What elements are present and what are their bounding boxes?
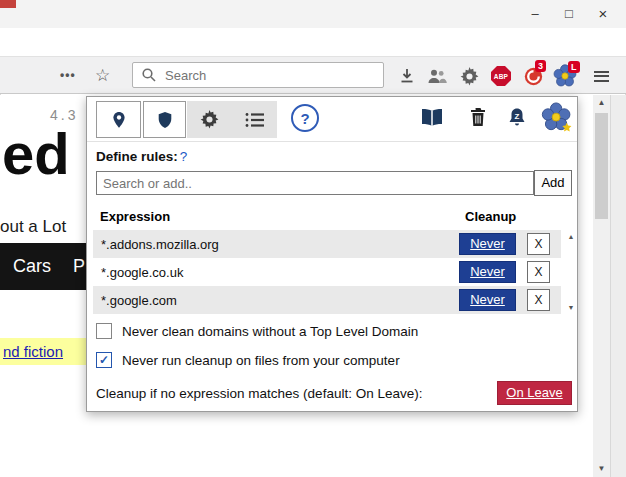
tab-this-domain[interactable] [96,101,141,138]
local-files-option-row: ✓ Never run cleanup on files from your c… [96,352,400,368]
navigation-toolbar: ••• ☆ ABP 3 L [0,56,626,94]
browser-content: 4.3 ed out a Lot Cars P nd fiction ▲ ▼ [0,95,626,477]
book-icon [419,108,445,128]
popup-tab-bar: ? Z [87,97,577,142]
abp-icon: ABP [491,66,511,86]
cleanup-header: Cleanup [465,209,516,224]
gear-icon [460,67,479,86]
cleanup-type-button[interactable]: Never [459,233,516,255]
vertical-scrollbar[interactable]: ▲ ▼ [593,95,610,477]
rule-expression: *.google.com [101,293,177,308]
remove-rule-button[interactable]: X [527,261,550,283]
nav-item-partial[interactable]: P [73,256,85,277]
local-files-checkbox-label: Never run cleanup on files from your com… [122,353,400,368]
search-icon [141,67,157,83]
define-rules-row: Define rules:? [96,149,187,164]
forget-me-not-logo-icon [541,101,575,141]
tab-settings[interactable] [187,101,232,138]
define-rules-label: Define rules: [96,149,178,164]
search-input[interactable] [157,67,383,84]
rules-list-scrollbar[interactable]: ▲ ▼ [565,230,577,314]
list-icon [245,112,265,128]
rules-list: *.addons.mozilla.org Never X *.google.co… [93,230,561,314]
bookmark-star-button[interactable]: ☆ [95,65,110,86]
download-icon [398,67,416,85]
scroll-up-button[interactable]: ▲ [593,95,610,111]
extension-badge: L [568,61,580,73]
people-button[interactable] [426,65,448,87]
nav-item-cars[interactable]: Cars [13,256,51,277]
tab-rules[interactable] [143,101,186,138]
abp-button[interactable]: ABP [490,65,512,87]
tab-log[interactable] [232,101,277,138]
cleanup-type-button[interactable]: Never [459,289,516,311]
remove-rule-button[interactable]: X [527,289,550,311]
scrollbar-thumb[interactable] [595,113,608,219]
on-leave-button[interactable]: On Leave [497,381,572,405]
minimize-button[interactable]: – [518,0,552,26]
extension-popup: ? Z Define rules:? Add Expression [86,96,578,412]
remove-rule-button[interactable]: X [527,233,550,255]
trash-button[interactable] [469,106,487,132]
rule-expression: *.google.co.uk [101,265,183,280]
tab-strip [0,28,626,56]
people-icon [427,68,447,84]
expression-header: Expression [100,209,170,224]
tld-checkbox[interactable] [96,323,112,339]
window-controls: – □ × [518,0,620,26]
rule-row: *.addons.mozilla.org Never X [93,230,561,258]
snooze-button[interactable]: Z [507,106,527,132]
local-files-checkbox[interactable]: ✓ [96,352,112,368]
close-button[interactable]: × [586,0,620,26]
bell-snooze-icon: Z [507,106,527,128]
page-actions-button[interactable]: ••• [60,68,76,82]
page-heading-fragment: ed [2,125,70,183]
titlebar-accent-fragment [0,0,16,8]
rule-row: *.google.com Never X [93,286,561,314]
window-frame [610,95,626,477]
svg-text:Z: Z [515,112,520,121]
rule-row: *.google.co.uk Never X [93,258,561,286]
page-subheading-fragment: out a Lot [0,217,66,237]
tld-checkbox-label: Never clean domains without a Top Level … [122,324,418,339]
settings-gear-icon [200,110,219,129]
maximize-button[interactable]: □ [552,0,586,26]
fallback-rule-label: Cleanup if no expression matches (defaul… [96,386,422,401]
rule-search-input[interactable] [96,171,534,195]
rules-scroll-up-button[interactable]: ▲ [565,233,577,240]
define-rules-help-link[interactable]: ? [180,149,188,164]
page-highlight-strip: nd fiction [0,338,86,365]
hamburger-icon [594,71,609,73]
book-button[interactable] [419,108,445,132]
help-button[interactable]: ? [291,104,319,132]
shield-icon [156,110,174,130]
scroll-down-button[interactable]: ▼ [593,461,610,477]
page-link-fragment[interactable]: nd fiction [3,343,63,360]
rule-expression: *.addons.mozilla.org [101,237,219,252]
title-bar: – □ × [0,0,626,28]
menu-button[interactable] [594,68,610,84]
check-icon: ✓ [99,353,109,367]
add-rule-button[interactable]: Add [534,170,572,196]
search-bar[interactable] [132,62,384,88]
settings-gear-button[interactable] [458,65,480,87]
tracker-badge: 3 [535,60,546,72]
location-pin-icon [110,110,128,130]
browser-window: – □ × ••• ☆ ABP 3 [0,0,626,477]
cleanup-type-button[interactable]: Never [459,261,516,283]
trash-icon [469,106,487,128]
tld-option-row: Never clean domains without a Top Level … [96,323,418,339]
rules-scroll-down-button[interactable]: ▼ [565,304,577,311]
download-button[interactable] [396,65,418,87]
